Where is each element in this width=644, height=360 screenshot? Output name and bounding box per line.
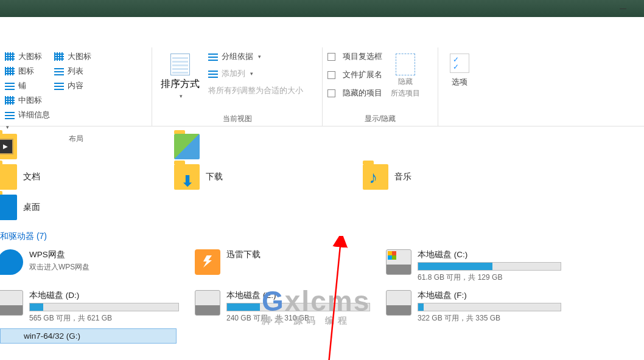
folder-documents[interactable]: 文档 (0, 162, 170, 192)
folder-label: 音乐 (394, 171, 411, 182)
usage-bar (29, 303, 179, 311)
columns-icon (208, 69, 218, 78)
hdd-icon (195, 290, 220, 316)
layout-details[interactable]: 详细信息 (5, 109, 50, 120)
ribbon-tabs-area (0, 17, 644, 47)
options-button[interactable]: 选项 (443, 51, 476, 90)
group-by-button[interactable]: 分组依据▾ (208, 51, 303, 62)
hide-selected-button: 隐藏 所选项目 (386, 51, 425, 101)
usage-bar (418, 262, 561, 271)
options-icon (450, 54, 469, 73)
checkbox-icon (327, 53, 335, 61)
drive-name: 本地磁盘 (F:) (418, 290, 561, 301)
folder-downloads[interactable]: 下载 (170, 162, 359, 192)
folder-icon (174, 134, 200, 159)
ribbon-group-show-hide: 项目复选框 文件扩展名 隐藏的项目 隐藏 所选项目 显示/隐藏 (323, 47, 438, 126)
drive-c[interactable]: 本地磁盘 (C:) 61.8 GB 可用，共 129 GB (382, 247, 565, 285)
folder-icon (174, 164, 200, 190)
usage-bar (226, 303, 370, 311)
hdd-icon (0, 290, 23, 316)
grid-icon (5, 67, 15, 75)
grid-icon (5, 52, 15, 61)
folder-videos-partial[interactable] (0, 131, 170, 162)
layout-large-icons[interactable]: 大图标 (54, 51, 91, 62)
layout-tiles[interactable]: 铺 (5, 80, 42, 91)
add-columns-button: 添加列▾ (208, 68, 303, 79)
thunder-icon (195, 249, 220, 275)
drive-name: WPS网盘 (29, 249, 179, 260)
drives-grid: WPS网盘 双击进入WPS网盘 迅雷下载 本地磁盘 (C:) 61.8 GB 可… (0, 247, 644, 344)
details-icon (5, 111, 15, 119)
group-label-show-hide: 显示/隐藏 (327, 111, 433, 124)
drive-name: 本地磁盘 (C:) (418, 249, 561, 260)
drive-e[interactable]: 本地磁盘 (E:) 240 GB 可用，共 310 GB (191, 288, 374, 326)
folder-icon (0, 134, 17, 159)
layout-extra-large-icons[interactable]: 大图标 (5, 51, 42, 62)
ribbon-group-options: 选项 (438, 47, 481, 126)
folder-pictures-partial[interactable] (170, 131, 359, 162)
content-icon (54, 81, 64, 90)
drive-usage: 322 GB 可用，共 335 GB (418, 313, 561, 324)
chevron-down-icon: ▾ (258, 54, 261, 60)
drive-usage: 240 GB 可用，共 310 GB (226, 313, 370, 324)
folder-label: 下载 (206, 171, 223, 182)
drive-g[interactable]: win7-64/32 (G:) (0, 328, 177, 344)
drive-usage: 61.8 GB 可用，共 129 GB (418, 272, 561, 283)
ribbon-group-layout: 大图标 图标 铺 大图标 列表 内容 中图标 详细信息 ▾ 布局 (0, 47, 152, 126)
group-icon (208, 52, 218, 61)
wps-icon (0, 249, 23, 275)
grid-icon (5, 96, 15, 105)
list-icon (54, 67, 64, 75)
layout-small-icons[interactable]: 图标 (5, 66, 42, 77)
checkbox-file-extensions[interactable]: 文件扩展名 (327, 69, 382, 80)
group-label-current-view: 当前视图 (157, 111, 317, 124)
folder-label: 桌面 (23, 202, 40, 213)
usage-bar (418, 303, 561, 311)
checkbox-icon (327, 89, 335, 97)
folders-grid: 文档 下载 音乐 桌面 (0, 131, 644, 223)
folder-icon (0, 195, 17, 220)
drive-f[interactable]: 本地磁盘 (F:) 322 GB 可用，共 335 GB (382, 288, 565, 326)
hdd-icon (386, 290, 411, 316)
sort-icon (170, 54, 190, 75)
section-header-drives[interactable]: 和驱动器 (7) (0, 223, 644, 247)
grid-icon (54, 52, 64, 61)
drive-usage: 565 GB 可用，共 621 GB (29, 313, 179, 324)
layout-list[interactable]: 列表 (54, 66, 91, 77)
tiles-icon (5, 81, 15, 90)
chevron-down-icon: ▾ (180, 93, 183, 99)
drive-thunder[interactable]: 迅雷下载 (191, 247, 374, 285)
drive-name: win7-64/32 (G:) (24, 331, 172, 341)
drive-subtitle: 双击进入WPS网盘 (29, 262, 179, 272)
hide-icon (396, 54, 415, 75)
layout-medium-icons[interactable]: 中图标 (5, 95, 50, 106)
ribbon: 大图标 图标 铺 大图标 列表 内容 中图标 详细信息 ▾ 布局 排序方式 ▾ (0, 47, 644, 126)
folder-icon (0, 164, 17, 190)
checkbox-item-checkboxes[interactable]: 项目复选框 (327, 51, 382, 62)
drive-d[interactable]: 本地磁盘 (D:) 565 GB 可用，共 621 GB (0, 288, 183, 326)
content-area: 文档 下载 音乐 桌面 和驱动器 (7) WPS网盘 双击进入WPS网盘 (0, 126, 644, 344)
fit-columns-button: 将所有列调整为合适的大小 (208, 85, 303, 96)
folder-icon (363, 164, 388, 190)
ribbon-group-current-view: 排序方式 ▾ 分组依据▾ 添加列▾ 将所有列调整为合适的大小 当前视图 (152, 47, 323, 126)
layout-content[interactable]: 内容 (54, 80, 91, 91)
drive-name: 本地磁盘 (E:) (226, 290, 370, 301)
drive-name: 本地磁盘 (D:) (29, 290, 179, 301)
folder-music[interactable]: 音乐 (359, 162, 548, 192)
checkbox-icon (327, 71, 335, 79)
checkbox-hidden-items[interactable]: 隐藏的项目 (327, 88, 382, 99)
folder-label: 文档 (23, 171, 40, 182)
minimize-button[interactable] (609, 0, 637, 17)
chevron-down-icon: ▾ (250, 71, 253, 77)
title-bar (0, 0, 644, 17)
folder-desktop[interactable]: 桌面 (0, 192, 170, 223)
drive-name: 迅雷下载 (226, 249, 370, 260)
spacer (359, 131, 590, 162)
hdd-icon (386, 249, 411, 275)
sort-button[interactable]: 排序方式 ▾ (157, 51, 203, 102)
drive-wps[interactable]: WPS网盘 双击进入WPS网盘 (0, 247, 183, 285)
